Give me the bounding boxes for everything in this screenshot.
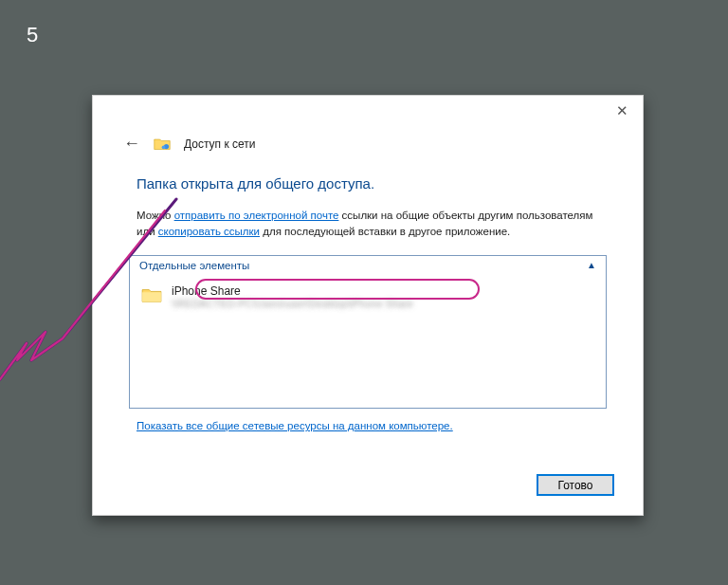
close-icon[interactable]: ✕: [614, 103, 629, 119]
groupbox-label: Отдельные элементы: [139, 260, 249, 271]
network-access-dialog: ✕ ← Доступ к сети Папка открыта для обще…: [92, 95, 644, 516]
groupbox-header[interactable]: Отдельные элементы ▲: [129, 255, 607, 274]
desc-text-prefix: Можно: [136, 210, 174, 221]
shared-item-row[interactable]: iPhone Share \\REDACTED-PC\Users\user\De…: [141, 284, 413, 309]
dialog-title: Доступ к сети: [184, 137, 255, 151]
dialog-heading: Папка открыта для общего доступа.: [136, 175, 374, 192]
email-link[interactable]: отправить по электронной почте: [174, 210, 339, 221]
network-folder-icon: [154, 137, 171, 151]
item-name: iPhone Share: [172, 284, 413, 298]
dialog-description: Можно отправить по электронной почте ссы…: [136, 208, 605, 241]
svg-point-1: [162, 145, 166, 149]
items-groupbox: Отдельные элементы ▲ iPhone Share \\REDA…: [129, 255, 607, 409]
step-number: 5: [27, 23, 38, 47]
done-button[interactable]: Готово: [537, 474, 614, 496]
show-all-shares-link[interactable]: Показать все общие сетевые ресурсы на да…: [136, 420, 453, 431]
dialog-header: ← Доступ к сети: [123, 134, 255, 154]
back-arrow-icon[interactable]: ←: [123, 134, 140, 154]
chevron-up-icon: ▲: [587, 260, 596, 270]
item-path: \\REDACTED-PC\Users\user\Desktop\iPhone …: [172, 298, 413, 309]
folder-icon: [141, 286, 162, 303]
desc-text-suffix: для последующей вставки в другое приложе…: [260, 226, 510, 237]
copy-link[interactable]: скопировать ссылки: [158, 226, 260, 237]
